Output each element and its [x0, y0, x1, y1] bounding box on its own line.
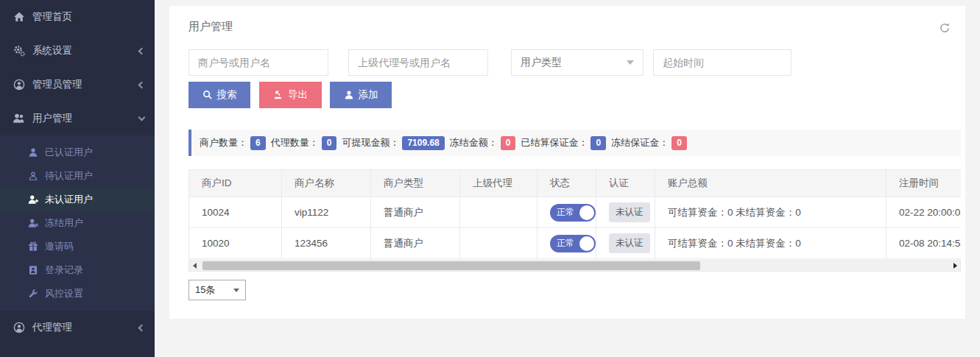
- user-type-select[interactable]: 用户类型: [511, 49, 644, 76]
- horizontal-scrollbar[interactable]: [188, 260, 961, 272]
- table-row: 10024 vip1122 普通商户 正常 未认证 可结算资金：0 未结算资金：…: [189, 197, 962, 228]
- address-book-icon: [27, 265, 39, 275]
- scroll-left-arrow-icon[interactable]: [189, 261, 200, 271]
- cell-parent-agent: [460, 228, 537, 259]
- cell-merchant-id: 10024: [189, 197, 282, 228]
- sidebar-item-label: 未认证用户: [45, 193, 93, 206]
- toggle-knob: [579, 236, 594, 251]
- col-merchant-id: 商户ID: [189, 170, 282, 197]
- sidebar-item-pending-users[interactable]: 待认证用户: [0, 164, 155, 188]
- gift-icon: [27, 241, 39, 252]
- cell-account-total: 可结算资金：0 未结算资金：0: [655, 228, 886, 259]
- export-icon: [273, 90, 283, 100]
- stat-frozen-amount: 冻结金额： 0: [450, 136, 516, 150]
- sidebar-item-unverified-users[interactable]: 未认证用户: [0, 188, 155, 211]
- refresh-icon[interactable]: [939, 22, 951, 34]
- merchant-search-input[interactable]: [188, 49, 328, 76]
- cell-register-time: 02-22 20:00:02: [886, 197, 962, 228]
- stat-frozen-deposit: 冻结保证金： 0: [611, 136, 687, 150]
- user-type-select-value: 用户类型: [521, 56, 627, 69]
- user-x-icon: [27, 218, 39, 228]
- sidebar-item-label: 待认证用户: [45, 169, 93, 183]
- export-button[interactable]: 导出: [259, 82, 322, 108]
- status-toggle[interactable]: 正常: [550, 235, 596, 252]
- auth-status-badge: 未认证: [609, 233, 650, 253]
- sidebar-item-invite-codes[interactable]: 邀请码: [0, 235, 155, 258]
- users-table-container: 商户ID 商户名称 商户类型 上级代理 状态 认证 账户总额 注册时间 1002…: [188, 169, 961, 259]
- sidebar-item-user-management[interactable]: 用户管理: [0, 102, 155, 135]
- stat-withdrawable-amount: 可提现金额： 7109.68: [342, 136, 444, 150]
- sidebar-item-label: 系统设置: [32, 44, 72, 57]
- status-toggle[interactable]: 正常: [550, 204, 596, 222]
- toggle-knob: [579, 205, 594, 220]
- stat-badge: 0: [591, 136, 606, 150]
- action-buttons: 搜索 导出 添加: [188, 82, 965, 108]
- scroll-right-arrow-icon[interactable]: [950, 261, 960, 271]
- user-management-submenu: 已认证用户 待认证用户 未认证用户 冻结用户 邀请码: [0, 135, 155, 311]
- stat-badge: 0: [322, 136, 337, 150]
- agent-search-input[interactable]: [348, 49, 488, 76]
- cell-auth: 未认证: [596, 228, 655, 259]
- sidebar-item-login-records[interactable]: 登录记录: [0, 258, 155, 282]
- page-size-select[interactable]: 15条: [188, 280, 246, 300]
- table-header-row: 商户ID 商户名称 商户类型 上级代理 状态 认证 账户总额 注册时间: [189, 170, 962, 197]
- user-management-panel: 用户管理 用户类型 搜索 导出 添加: [169, 6, 965, 319]
- user-circle-icon: [13, 322, 25, 333]
- gears-icon: [13, 45, 25, 57]
- add-user-icon: [344, 90, 354, 100]
- stat-merchant-count: 商户数量： 6: [200, 136, 266, 150]
- cell-merchant-type: 普通商户: [371, 197, 460, 228]
- sidebar-item-admin-management[interactable]: 管理员管理: [0, 68, 155, 102]
- cell-auth: 未认证: [596, 197, 655, 228]
- cell-register-time: 02-08 20:14:58: [886, 228, 962, 259]
- cell-merchant-type: 普通商户: [371, 228, 460, 259]
- cell-merchant-name: 123456: [282, 228, 371, 259]
- table-row: 10020 123456 普通商户 正常 未认证 可结算资金：0 未结算资金：0: [189, 228, 962, 259]
- sidebar-item-label: 登录记录: [45, 264, 83, 277]
- caret-down-icon: [627, 60, 634, 65]
- page-title: 用户管理: [188, 6, 965, 32]
- sidebar-item-frozen-users[interactable]: 冻结用户: [0, 211, 155, 235]
- col-auth: 认证: [596, 170, 655, 197]
- sidebar-item-home[interactable]: 管理首页: [0, 0, 155, 34]
- col-account-total: 账户总额: [655, 170, 886, 197]
- sidebar-item-label: 代理管理: [32, 321, 72, 334]
- user-solid-icon: [27, 147, 39, 158]
- sidebar-item-risk-settings[interactable]: 风控设置: [0, 282, 155, 305]
- chevron-left-icon: [138, 81, 146, 88]
- sidebar-item-label: 冻结用户: [45, 216, 83, 230]
- search-button[interactable]: 搜索: [188, 82, 250, 108]
- sidebar-item-label: 已认证用户: [45, 146, 93, 159]
- wrench-icon: [27, 289, 39, 299]
- chevron-down-icon: [138, 114, 146, 121]
- users-icon: [13, 113, 25, 124]
- auth-status-badge: 未认证: [609, 202, 650, 222]
- cell-status: 正常: [537, 228, 596, 259]
- col-merchant-type: 商户类型: [371, 170, 460, 197]
- stat-badge: 0: [671, 136, 687, 150]
- cell-account-total: 可结算资金：0 未结算资金：0: [655, 197, 886, 228]
- sidebar-item-agent-management[interactable]: 代理管理: [0, 311, 155, 344]
- user-outline-icon: [27, 171, 39, 181]
- col-parent-agent: 上级代理: [460, 170, 537, 197]
- scrollbar-thumb[interactable]: [202, 261, 700, 270]
- stat-settled-deposit: 已结算保证金： 0: [521, 136, 606, 150]
- stats-bar: 商户数量： 6 代理数量： 0 可提现金额： 7109.68 冻结金额： 0 已…: [188, 130, 961, 156]
- start-time-input[interactable]: [653, 49, 792, 76]
- chevron-left-icon: [138, 324, 146, 331]
- col-merchant-name: 商户名称: [282, 170, 371, 197]
- add-button[interactable]: 添加: [330, 82, 392, 108]
- filter-row: 用户类型: [188, 49, 965, 76]
- stat-badge: 0: [501, 136, 516, 150]
- cell-merchant-id: 10020: [189, 228, 282, 259]
- sidebar-item-label: 风控设置: [45, 287, 83, 300]
- sidebar-item-label: 用户管理: [32, 112, 72, 125]
- caret-down-icon: [233, 289, 239, 292]
- col-status: 状态: [537, 170, 596, 197]
- cell-merchant-name: vip1122: [282, 197, 371, 228]
- sidebar-item-verified-users[interactable]: 已认证用户: [0, 141, 155, 164]
- user-circle-icon: [13, 79, 25, 91]
- users-table: 商户ID 商户名称 商户类型 上级代理 状态 认证 账户总额 注册时间 1002…: [188, 169, 961, 259]
- sidebar-item-system-settings[interactable]: 系统设置: [0, 34, 155, 68]
- col-register-time: 注册时间: [886, 170, 962, 197]
